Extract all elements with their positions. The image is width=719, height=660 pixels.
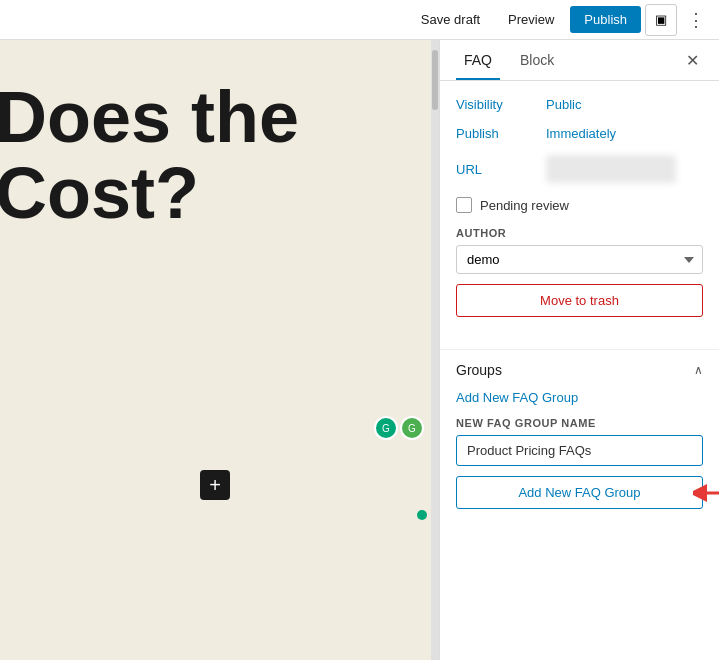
url-value-blurred [546, 155, 676, 183]
scrollbar-thumb[interactable] [432, 50, 438, 110]
publish-label: Publish [456, 126, 546, 141]
move-to-trash-button[interactable]: Move to trash [456, 284, 703, 317]
canvas: Does the Cost? G G + [0, 40, 439, 660]
tab-faq[interactable]: FAQ [456, 40, 500, 80]
pending-review-checkbox[interactable] [456, 197, 472, 213]
url-label: URL [456, 162, 546, 177]
publish-row: Publish Immediately [456, 126, 703, 141]
avatar-1: G [374, 416, 398, 440]
author-label: AUTHOR [456, 227, 703, 239]
scrollbar-track[interactable] [431, 40, 439, 660]
layout-icon: ▣ [655, 12, 667, 27]
layout-toggle-button[interactable]: ▣ [645, 4, 677, 36]
add-new-faq-group-button[interactable]: Add New FAQ Group [456, 476, 703, 509]
online-indicator [417, 510, 427, 520]
groups-body: Add New FAQ Group NEW FAQ GROUP NAME Add… [440, 390, 719, 525]
arrow-indicator [693, 483, 719, 503]
sidebar-tabs: FAQ Block ✕ [440, 40, 719, 81]
avatar-2: G [400, 416, 424, 440]
visibility-label: Visibility [456, 97, 546, 112]
visibility-value[interactable]: Public [546, 97, 581, 112]
author-section: AUTHOR demo admin [456, 227, 703, 274]
add-block-button[interactable]: + [200, 470, 230, 500]
url-row: URL [456, 155, 703, 183]
arrow-icon [693, 483, 719, 503]
publish-value[interactable]: Immediately [546, 126, 616, 141]
save-draft-button[interactable]: Save draft [409, 6, 492, 33]
canvas-heading: Does the Cost? [0, 80, 299, 231]
more-options-button[interactable]: ⋮ [681, 5, 711, 35]
pending-review-label: Pending review [480, 198, 569, 213]
sidebar-body: Visibility Public Publish Immediately UR… [440, 81, 719, 349]
tab-block[interactable]: Block [512, 40, 562, 80]
canvas-heading-line1: Does the [0, 80, 299, 156]
groups-title: Groups [456, 362, 502, 378]
add-block-icon: + [209, 474, 221, 497]
toolbar: Save draft Preview Publish ▣ ⋮ [0, 0, 719, 40]
add-new-faq-group-link[interactable]: Add New FAQ Group [456, 390, 703, 405]
preview-button[interactable]: Preview [496, 6, 566, 33]
collaborator-avatars: G G [374, 416, 424, 440]
new-faq-group-name-label: NEW FAQ GROUP NAME [456, 417, 703, 429]
sidebar: FAQ Block ✕ Visibility Public Publish Im… [439, 40, 719, 660]
sidebar-close-button[interactable]: ✕ [682, 47, 703, 74]
canvas-heading-line2: Cost? [0, 156, 299, 232]
groups-section-header[interactable]: Groups ∧ [440, 349, 719, 390]
main-area: Does the Cost? G G + FAQ Block ✕ [0, 40, 719, 660]
new-faq-group-name-input[interactable] [456, 435, 703, 466]
sidebar-tabs-left: FAQ Block [456, 40, 574, 80]
groups-chevron-icon: ∧ [694, 363, 703, 377]
author-select[interactable]: demo admin [456, 245, 703, 274]
publish-button[interactable]: Publish [570, 6, 641, 33]
visibility-row: Visibility Public [456, 97, 703, 112]
pending-review-row: Pending review [456, 197, 703, 213]
add-faq-group-button-wrapper: Add New FAQ Group [456, 476, 703, 509]
